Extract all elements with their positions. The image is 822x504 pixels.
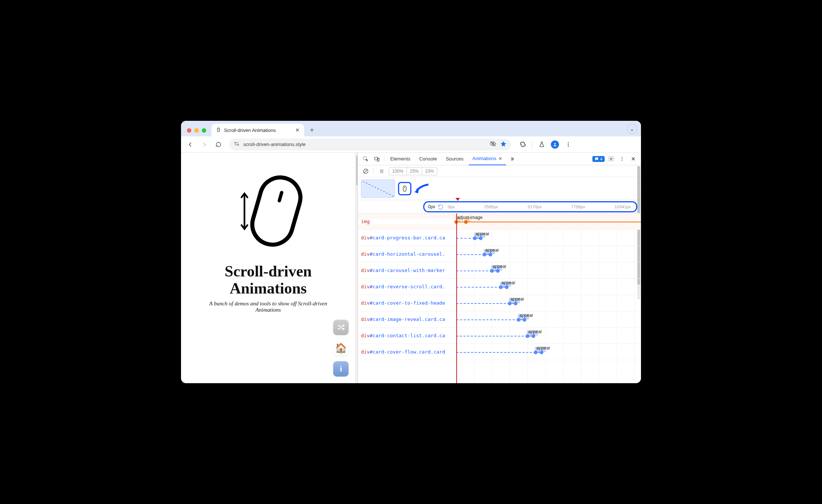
svg-point-2 (235, 142, 236, 143)
speed-10[interactable]: 10% (422, 168, 437, 175)
more-tabs-icon[interactable] (507, 154, 517, 164)
devtools-menu-icon[interactable] (617, 154, 627, 164)
close-window-icon[interactable] (187, 128, 191, 133)
scroll-driven-icon[interactable] (398, 182, 411, 195)
arrows-icon (238, 189, 251, 233)
keyframe-icon[interactable] (489, 253, 492, 256)
keyframe-icon[interactable] (532, 334, 535, 338)
keyframe-icon[interactable] (464, 220, 468, 224)
svg-point-9 (568, 142, 569, 143)
pause-icon[interactable] (377, 166, 387, 176)
eye-off-icon[interactable] (490, 140, 496, 148)
animation-name: appear (519, 313, 533, 318)
tabs-dropdown-icon[interactable]: ⌄ (627, 124, 637, 134)
animation-row[interactable]: div#card-horizontal-carousel.appear (358, 246, 641, 262)
svg-point-17 (622, 157, 622, 158)
animation-track[interactable]: adjust-image (456, 213, 641, 229)
bookmark-star-icon[interactable] (500, 140, 507, 148)
animation-name: appear (528, 329, 542, 334)
devtools-tabs: Elements Console Sources Animations ✕ 4 (358, 153, 641, 165)
keyframe-icon[interactable] (534, 351, 537, 354)
maximize-window-icon[interactable] (202, 128, 206, 133)
animation-group-thumbnail[interactable] (361, 179, 395, 198)
animation-track[interactable]: appear (456, 230, 641, 246)
tab-strip: Scroll-driven Animations ✕ + ⌄ (181, 121, 641, 136)
element-selector: div#card-progress-bar.card.ca (358, 235, 456, 241)
animation-row[interactable]: div#card-contact-list.card.caappear (358, 328, 641, 344)
speed-25[interactable]: 25% (407, 168, 422, 175)
animation-row[interactable]: imgadjust-image (358, 213, 641, 230)
speed-100[interactable]: 100% (389, 168, 407, 175)
shuffle-button[interactable] (333, 319, 349, 335)
animation-row[interactable]: div#card-image-reveal.card.caappear (358, 311, 641, 328)
close-devtools-icon[interactable]: ✕ (628, 154, 638, 164)
keyframe-icon[interactable] (483, 253, 486, 256)
home-button[interactable]: 🏠 (333, 340, 349, 356)
animation-row[interactable]: div#card-carousel-with-markerappear (358, 262, 641, 279)
extensions-icon[interactable] (517, 139, 528, 150)
animation-name: appear (493, 264, 506, 269)
keyframe-icon[interactable] (540, 351, 543, 354)
keyframe-icon[interactable] (454, 220, 458, 224)
tab-console[interactable]: Console (415, 153, 441, 165)
keyframe-icon[interactable] (499, 285, 503, 289)
element-selector: div#card-cover-to-fixed-heade (358, 300, 456, 306)
svg-rect-22 (381, 169, 381, 172)
keyframe-icon[interactable] (473, 236, 477, 240)
animation-track[interactable]: appear (456, 262, 641, 278)
clear-icon[interactable] (361, 166, 371, 176)
element-selector: div#card-contact-list.card.ca (358, 333, 456, 338)
page-title: Scroll-driven Animations (225, 263, 312, 297)
floating-buttons: 🏠 i (333, 319, 349, 377)
keyframe-icon[interactable] (490, 269, 494, 273)
keyframe-icon[interactable] (505, 285, 509, 289)
tab-animations[interactable]: Animations ✕ (469, 153, 506, 165)
svg-point-4 (238, 144, 239, 145)
address-bar[interactable]: scroll-driven-animations.style (229, 139, 511, 150)
inspect-element-icon[interactable] (361, 154, 371, 164)
svg-rect-0 (217, 127, 220, 132)
profile-avatar[interactable] (549, 139, 560, 150)
tab-elements[interactable]: Elements (387, 153, 414, 165)
animation-row[interactable]: div#card-cover-to-fixed-headeappear (358, 295, 641, 311)
webpage: Scroll-driven Animations A bunch of demo… (181, 153, 355, 383)
keyframe-icon[interactable] (526, 334, 529, 338)
keyframe-icon[interactable] (517, 318, 520, 322)
browser-tab[interactable]: Scroll-driven Animations ✕ (211, 124, 304, 136)
tab-sources[interactable]: Sources (442, 153, 467, 165)
issues-badge[interactable]: 4 (592, 156, 605, 162)
minimize-window-icon[interactable] (194, 128, 199, 133)
back-button[interactable] (185, 139, 196, 150)
forward-button[interactable] (199, 139, 210, 150)
animation-row[interactable]: div#card-progress-bar.card.caappear (358, 230, 641, 246)
browser-menu-icon[interactable] (563, 139, 574, 150)
close-tab-icon[interactable]: ✕ (295, 127, 300, 133)
animation-track[interactable]: appear (456, 344, 641, 360)
element-selector: div#card-carousel-with-marker (358, 268, 456, 273)
keyframe-icon[interactable] (514, 302, 517, 305)
animation-row[interactable]: div#card-reverse-scroll.card.appear (358, 279, 641, 295)
animation-track[interactable]: appear (456, 246, 641, 262)
site-settings-icon[interactable] (234, 141, 240, 148)
keyframe-icon[interactable] (496, 269, 500, 273)
experiments-icon[interactable] (536, 139, 547, 150)
settings-gear-icon[interactable] (606, 154, 616, 164)
info-button[interactable]: i (333, 361, 349, 377)
animation-track[interactable]: appear (456, 279, 641, 295)
keyframe-icon[interactable] (479, 236, 483, 240)
animation-track[interactable]: appear (456, 328, 641, 344)
animation-track[interactable]: appear (456, 295, 641, 311)
device-toolbar-icon[interactable] (372, 154, 382, 164)
animation-row[interactable]: div#card-cover-flow.card.cardappear (358, 344, 641, 360)
svg-rect-23 (382, 169, 383, 172)
browser-window: Scroll-driven Animations ✕ + ⌄ scroll-dr… (181, 121, 641, 383)
page-subtitle: A bunch of demos and tools to show off S… (209, 301, 328, 313)
animation-track[interactable]: appear (456, 311, 641, 327)
playhead-icon[interactable] (456, 198, 460, 202)
new-tab-button[interactable]: + (306, 125, 318, 136)
undo-icon[interactable] (437, 203, 444, 210)
keyframe-icon[interactable] (508, 302, 512, 305)
keyframe-icon[interactable] (523, 318, 526, 322)
reload-button[interactable] (213, 139, 224, 150)
close-panel-icon[interactable]: ✕ (499, 156, 502, 161)
